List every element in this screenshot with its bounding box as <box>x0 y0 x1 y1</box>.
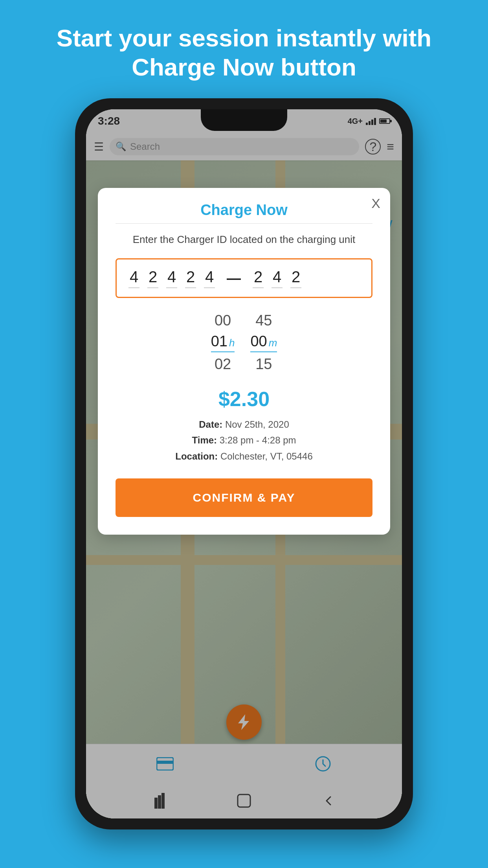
charger-digit-8: 2 <box>290 268 301 288</box>
charger-digit-3: 4 <box>166 268 177 288</box>
charge-now-modal: X Charge Now Enter the Charger ID locate… <box>98 188 390 535</box>
charger-id-input[interactable]: 4 2 4 2 4 — 2 4 2 <box>116 258 372 298</box>
charger-digit-5: 4 <box>204 268 215 288</box>
charger-id-part2: 2 4 2 <box>253 268 301 288</box>
hours-value-top[interactable]: 00 <box>215 312 231 330</box>
modal-close-button[interactable]: X <box>371 196 380 211</box>
hours-value-selected[interactable]: 01h <box>211 333 235 352</box>
charger-digit-6: 2 <box>253 268 264 288</box>
session-details: Date: Nov 25th, 2020 Time: 3:28 pm - 4:2… <box>116 417 372 465</box>
charger-dash: — <box>225 270 243 287</box>
minutes-value-top[interactable]: 45 <box>255 312 272 330</box>
page-headline: Start your session instantly with Charge… <box>0 0 488 98</box>
modal-subtitle: Enter the Charger ID located on the char… <box>116 232 372 246</box>
time-picker: 00 01h 02 45 00m 15 <box>116 312 372 373</box>
minutes-value-bottom[interactable]: 15 <box>255 355 272 373</box>
charger-digit-2: 2 <box>147 268 158 288</box>
charger-digit-4: 2 <box>185 268 196 288</box>
time-label: Time: 3:28 pm - 4:28 pm <box>192 435 296 445</box>
hours-column: 00 01h 02 <box>211 312 235 373</box>
minutes-column: 45 00m 15 <box>250 312 277 373</box>
minutes-value-selected[interactable]: 00m <box>250 333 277 352</box>
confirm-pay-button[interactable]: CONFIRM & PAY <box>116 478 372 517</box>
location-label: Location: Colchester, VT, 05446 <box>175 451 312 462</box>
charger-digit-7: 4 <box>272 268 283 288</box>
modal-divider <box>116 223 372 224</box>
charger-id-part1: 4 2 4 2 4 <box>128 268 215 288</box>
price-display: $2.30 <box>116 387 372 411</box>
modal-title: Charge Now <box>116 202 372 219</box>
date-label: Date: Nov 25th, 2020 <box>199 419 289 430</box>
phone-frame: 3:28 4G+ ☰ 🔍 <box>75 98 413 829</box>
charger-digit-1: 4 <box>128 268 139 288</box>
hours-value-bottom[interactable]: 02 <box>215 355 231 373</box>
